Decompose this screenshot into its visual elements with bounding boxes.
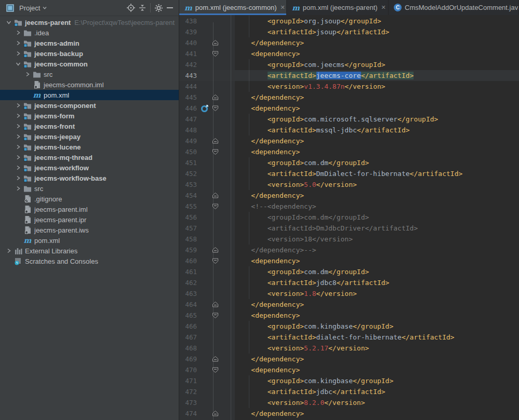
tree-item-jeecms-common-iml[interactable]: jeecms-common.iml: [0, 79, 179, 90]
chevron-right-icon[interactable]: [4, 248, 14, 253]
editor-tab-pom-xml-jeecms-common-[interactable]: mpom.xml (jeecms-common)✕: [179, 0, 287, 15]
tree-item-jeecms-common[interactable]: jeecms-common: [0, 59, 179, 69]
tree-item--gitignore[interactable]: .gitignore: [0, 194, 179, 204]
code-text[interactable]: <artifactId>jdbc8</artifactId>: [235, 279, 389, 287]
fold-start-icon[interactable]: [211, 312, 219, 319]
code-text[interactable]: <groupId>com.kingbase</groupId>: [235, 377, 393, 385]
code-text[interactable]: <dependency>: [235, 148, 300, 156]
fold-start-icon[interactable]: [211, 367, 219, 373]
collapse-all-icon[interactable]: [137, 2, 148, 13]
code-text[interactable]: <groupId>org.jsoup</groupId>: [235, 17, 381, 25]
tab-close-icon[interactable]: ✕: [281, 5, 285, 10]
code-text[interactable]: <groupId>com.microsoft.sqlserver</groupI…: [235, 115, 438, 123]
chevron-down-icon[interactable]: [4, 20, 14, 25]
editor-body[interactable]: 438 <groupId>org.jsoup</groupId>439 <art…: [179, 15, 519, 420]
code-text[interactable]: <dependency>: [235, 50, 300, 58]
tree-item-jeecms-parent-ipr[interactable]: jeecms-parent.ipr: [0, 214, 179, 225]
tree-item-jeecms-workflow[interactable]: jeecms-workflow: [0, 162, 179, 173]
fold-end-icon[interactable]: [211, 247, 219, 253]
tree-item-src[interactable]: src: [0, 183, 179, 194]
code-text[interactable]: <artifactId>jsoup</artifactId>: [235, 28, 389, 36]
code-text[interactable]: <version>18</version>: [235, 235, 353, 243]
fold-end-icon[interactable]: [211, 39, 219, 46]
tree-item--idea[interactable]: .idea: [0, 28, 179, 38]
code-text[interactable]: <artifactId>jdbc</artifactId>: [235, 388, 385, 396]
code-text[interactable]: </dependency>: [235, 355, 304, 363]
maven-update-icon[interactable]: [199, 104, 210, 113]
settings-gear-icon[interactable]: [153, 2, 164, 13]
code-text[interactable]: <artifactId>jeecms-core</artifactId>: [235, 72, 414, 79]
tree-item-jeecms-lucene[interactable]: jeecms-lucene: [0, 142, 179, 152]
code-text[interactable]: <artifactId>dialect-for-hibernate</artif…: [235, 333, 455, 341]
chevron-right-icon[interactable]: [14, 30, 23, 35]
editor-tab-cmsmodeladdorupdatecomment-java[interactable]: CCmsModelAddOrUpdateComment.java✕: [389, 0, 519, 15]
tree-item-jeecms-parent[interactable]: jeecms-parentE:\Project\xqwTest\jeecms-p…: [0, 17, 179, 28]
fold-start-icon[interactable]: [211, 148, 219, 155]
chevron-right-icon[interactable]: [14, 134, 23, 139]
hide-panel-icon[interactable]: [164, 2, 176, 13]
code-text[interactable]: <version>5.2.17</version>: [235, 344, 369, 352]
chevron-right-icon[interactable]: [14, 113, 23, 118]
code-text[interactable]: </dependency>: [235, 137, 304, 145]
chevron-right-icon[interactable]: [14, 175, 23, 181]
tree-item-jeecms-parent-iml[interactable]: jeecms-parent.iml: [0, 204, 179, 214]
chevron-right-icon[interactable]: [14, 186, 23, 191]
fold-start-icon[interactable]: [211, 203, 219, 210]
fold-start-icon[interactable]: [211, 50, 219, 57]
code-text[interactable]: </dependency>: [235, 39, 304, 47]
fold-start-icon[interactable]: [211, 105, 219, 112]
code-text[interactable]: <dependency>: [235, 104, 300, 112]
tree-item-jeecms-jeepay[interactable]: jeecms-jeepay: [0, 131, 179, 142]
code-text[interactable]: </dependency>: [235, 93, 304, 101]
tree-item-external-libraries[interactable]: External Libraries: [0, 246, 179, 256]
code-text[interactable]: <version>v1.3.4.87n</version>: [235, 83, 385, 90]
code-text[interactable]: <artifactId>DmDialect-for-hibernate</art…: [235, 170, 462, 178]
tree-item-scratches-and-consoles[interactable]: Scratches and Consoles: [0, 256, 179, 266]
chevron-down-icon[interactable]: [42, 5, 47, 10]
tree-item-jeecms-admin[interactable]: jeecms-admin: [0, 38, 179, 48]
code-text[interactable]: <version>5.0</version>: [235, 181, 357, 188]
code-text[interactable]: </dependency>: [235, 410, 304, 417]
tab-close-icon[interactable]: ✕: [381, 5, 386, 10]
code-text[interactable]: <groupId>com.dm</groupId>: [235, 159, 369, 167]
tree-item-jeecms-workflow-base[interactable]: jeecms-workflow-base: [0, 173, 179, 183]
code-text[interactable]: <version>1.8</version>: [235, 290, 357, 297]
code-text[interactable]: <dependency>: [235, 366, 300, 374]
chevron-down-icon[interactable]: [14, 61, 23, 66]
code-text[interactable]: <artifactId>DmJdbcDriver</artifactId>: [235, 224, 418, 232]
chevron-right-icon[interactable]: [14, 51, 23, 56]
fold-end-icon[interactable]: [211, 356, 219, 362]
fold-end-icon[interactable]: [211, 94, 219, 101]
chevron-right-icon[interactable]: [14, 124, 23, 129]
code-text[interactable]: <dependency>: [235, 311, 300, 319]
tree-item-pom-xml[interactable]: mpom.xml: [0, 235, 179, 246]
tree-item-jeecms-backup[interactable]: jeecms-backup: [0, 48, 179, 59]
editor-tab-pom-xml-jeecms-parent-[interactable]: mpom.xml (jeecms-parent)✕: [287, 0, 389, 15]
code-text[interactable]: <groupId>com.dm</groupId>: [235, 268, 369, 276]
code-text[interactable]: <!--<dependency>: [235, 202, 316, 210]
chevron-right-icon[interactable]: [23, 72, 32, 77]
code-text[interactable]: <artifactId>mssql-jdbc</artifactId>: [235, 126, 410, 134]
chevron-right-icon[interactable]: [14, 144, 23, 150]
code-text[interactable]: <groupId>com.jeecms</groupId>: [235, 61, 385, 69]
code-text[interactable]: <dependency>: [235, 257, 300, 265]
code-text[interactable]: <groupId>com.kingbase</groupId>: [235, 322, 393, 330]
code-text[interactable]: </dependency>-->: [235, 246, 316, 254]
fold-end-icon[interactable]: [211, 138, 219, 144]
tree-item-pom-xml[interactable]: mpom.xml: [0, 90, 179, 100]
tree-item-src[interactable]: src: [0, 69, 179, 79]
chevron-right-icon[interactable]: [14, 40, 23, 46]
project-toolwindow-icon[interactable]: [4, 2, 16, 13]
tree-item-jeecms-form[interactable]: jeecms-form: [0, 111, 179, 121]
tree-item-jeecms-parent-iws[interactable]: jeecms-parent.iws: [0, 225, 179, 235]
locate-icon[interactable]: [125, 2, 137, 13]
fold-end-icon[interactable]: [211, 301, 219, 308]
code-text[interactable]: </dependency>: [235, 301, 304, 308]
chevron-right-icon[interactable]: [14, 103, 23, 108]
tree-item-jeecms-component[interactable]: jeecms-component: [0, 100, 179, 111]
code-text[interactable]: </dependency>: [235, 192, 304, 199]
tree-item-jeecms-front[interactable]: jeecms-front: [0, 121, 179, 131]
code-text[interactable]: <groupId>com.dm</groupId>: [235, 213, 369, 221]
chevron-right-icon[interactable]: [14, 165, 23, 170]
panel-title[interactable]: Project: [19, 4, 40, 12]
